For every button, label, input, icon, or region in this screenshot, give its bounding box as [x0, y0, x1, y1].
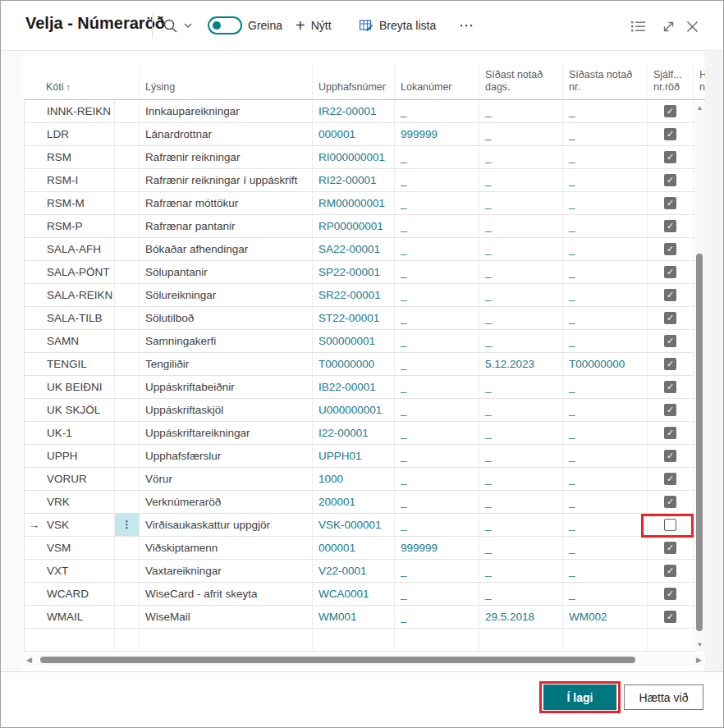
cell-last-date-used[interactable] [479, 629, 563, 651]
cell-ending-no[interactable]: _ [395, 146, 479, 168]
column-header-last-date-used[interactable]: Síðast notað dags. [479, 62, 563, 99]
cell-starting-no[interactable]: 1000 [313, 468, 395, 490]
checkbox-checked-icon[interactable]: ✓ [664, 128, 676, 140]
table-row[interactable]: RSMRafrænir reikningarRI000000001___✓ [24, 146, 705, 169]
switch-view-button[interactable] [630, 17, 648, 35]
cell-code[interactable]: RSM-P [25, 215, 115, 237]
cell-description[interactable]: Innkaupareikningar [140, 100, 313, 122]
row-options-cell[interactable] [115, 583, 140, 605]
cancel-button[interactable]: Hætta við [624, 685, 703, 710]
table-row[interactable]: INNK-REIKNInnkaupareikningarIR22-00001__… [24, 100, 705, 123]
cell-default-nos[interactable]: ✓ [648, 399, 694, 421]
checkbox-checked-icon[interactable]: ✓ [664, 588, 676, 600]
cell-ending-no[interactable]: _ [395, 422, 479, 444]
cell-starting-no[interactable]: VSK-000001 [313, 514, 395, 536]
cell-description[interactable]: Rafrænar pantanir [140, 215, 313, 237]
cell-starting-no[interactable]: RI000000001 [313, 146, 395, 168]
cell-default-nos[interactable]: ✓ [648, 284, 694, 306]
cell-description[interactable]: Uppáskriftabeiðnir [140, 376, 313, 398]
table-row[interactable]: VXTVaxtareikningarV22-0001___✓ [24, 560, 705, 583]
row-options-cell[interactable] [115, 146, 140, 168]
horizontal-scrollbar-thumb[interactable] [40, 657, 635, 663]
cell-code[interactable]: VXT [25, 560, 115, 582]
table-row[interactable]: LDRLánardrottnar000001999999__✓ [24, 123, 705, 146]
cell-default-nos[interactable]: ✓ [648, 215, 694, 237]
cell-last-no-used[interactable]: _ [563, 192, 648, 214]
checkbox-checked-icon[interactable]: ✓ [664, 266, 676, 278]
cell-last-no-used[interactable]: _ [563, 123, 648, 145]
cell-last-no-used[interactable]: T00000000 [563, 353, 648, 375]
checkbox-checked-icon[interactable]: ✓ [664, 404, 676, 416]
cell-last-date-used[interactable]: _ [479, 560, 563, 582]
horizontal-scrollbar[interactable]: ◀ ▶ [24, 654, 705, 666]
analyze-toggle-group[interactable]: Greina [208, 1, 282, 50]
cell-last-date-used[interactable]: _ [479, 514, 563, 536]
cell-code[interactable]: RSM [25, 146, 115, 168]
cell-last-date-used[interactable]: _ [479, 192, 563, 214]
cell-ending-no[interactable]: _ [395, 468, 479, 490]
checkbox-checked-icon[interactable]: ✓ [664, 358, 676, 370]
cell-description[interactable]: Vörur [140, 468, 313, 490]
scroll-down-icon[interactable]: ▼ [694, 640, 705, 650]
cell-code[interactable]: UK BEIÐNI [25, 376, 115, 398]
cell-default-nos[interactable]: ✓ [648, 146, 694, 168]
cell-last-no-used[interactable]: _ [563, 100, 648, 122]
cell-default-nos[interactable]: ✓ [648, 491, 694, 513]
cell-code[interactable]: SALA-AFH [25, 238, 115, 260]
cell-code[interactable]: RSM-M [25, 192, 115, 214]
cell-last-date-used[interactable]: 29.5.2018 [479, 606, 563, 628]
cell-last-no-used[interactable]: _ [563, 422, 648, 444]
cell-last-date-used[interactable]: _ [479, 376, 563, 398]
cell-description[interactable]: Upphafsfærslur [140, 445, 313, 467]
cell-starting-no[interactable]: RM00000001 [313, 192, 395, 214]
cell-default-nos[interactable]: ✓ [648, 238, 694, 260]
close-button[interactable] [683, 17, 701, 35]
row-options-cell[interactable] [115, 215, 140, 237]
edit-list-button[interactable]: Breyta lista [359, 1, 436, 50]
scroll-up-icon[interactable]: ▲ [694, 103, 705, 113]
cell-starting-no[interactable]: WCA0001 [313, 583, 395, 605]
cell-last-no-used[interactable]: _ [563, 514, 648, 536]
checkbox-checked-icon[interactable]: ✓ [664, 105, 676, 117]
column-header-default-nos[interactable]: Sjálf... nr.röð [648, 62, 694, 99]
cell-starting-no[interactable]: WM001 [313, 606, 395, 628]
cell-last-no-used[interactable]: _ [563, 284, 648, 306]
cell-last-no-used[interactable]: _ [563, 169, 648, 191]
checkbox-checked-icon[interactable]: ✓ [664, 496, 676, 508]
cell-starting-no[interactable]: 200001 [313, 491, 395, 513]
row-options-cell[interactable] [115, 537, 140, 559]
vertical-scrollbar-thumb[interactable] [696, 254, 703, 631]
cell-last-date-used[interactable]: _ [479, 491, 563, 513]
cell-last-no-used[interactable]: _ [563, 307, 648, 329]
cell-code[interactable] [25, 629, 115, 651]
cell-code[interactable]: INNK-REIKN [25, 100, 115, 122]
cell-default-nos[interactable]: ✓ [648, 376, 694, 398]
cell-last-date-used[interactable]: _ [479, 445, 563, 467]
checkbox-checked-icon[interactable]: ✓ [664, 220, 676, 232]
cell-description[interactable] [140, 629, 313, 651]
cell-default-nos[interactable]: ✓ [648, 468, 694, 490]
cell-default-nos[interactable]: ✓ [648, 583, 694, 605]
cell-description[interactable]: Sölureikningar [140, 284, 313, 306]
checkbox-checked-icon[interactable]: ✓ [664, 243, 676, 255]
column-header-clipped[interactable]: Ha nr [694, 62, 705, 99]
cell-description[interactable]: Uppáskriftaskjöl [140, 399, 313, 421]
table-row[interactable]: VRKVerknúmeraröð200001___✓ [24, 491, 705, 514]
table-row[interactable]: SALA-TILBSölutilboðST22-00001___✓ [24, 307, 705, 330]
row-options-cell[interactable] [115, 399, 140, 421]
checkbox-checked-icon[interactable]: ✓ [664, 565, 676, 577]
checkbox-checked-icon[interactable]: ✓ [664, 312, 676, 324]
checkbox-checked-icon[interactable]: ✓ [664, 542, 676, 554]
column-header-last-no-used[interactable]: Síðasta notað nr. [563, 62, 648, 99]
cell-ending-no[interactable]: _ [395, 215, 479, 237]
ok-button[interactable]: Í lagi [543, 685, 616, 710]
cell-default-nos[interactable]: ✓ [648, 307, 694, 329]
cell-starting-no[interactable]: 000001 [313, 123, 395, 145]
cell-last-no-used[interactable]: _ [563, 215, 648, 237]
table-row[interactable]: RSM-IRafrænir reikningar í uppáskriftRI2… [24, 169, 705, 192]
cell-starting-no[interactable]: UPPH01 [313, 445, 395, 467]
cell-default-nos[interactable]: ✓ [648, 330, 694, 352]
table-row[interactable]: TENGILTengiliðirT00000000_5.12.2023T0000… [24, 353, 705, 376]
cell-description[interactable]: Verknúmeraröð [140, 491, 313, 513]
scroll-left-icon[interactable]: ◀ [26, 655, 32, 666]
